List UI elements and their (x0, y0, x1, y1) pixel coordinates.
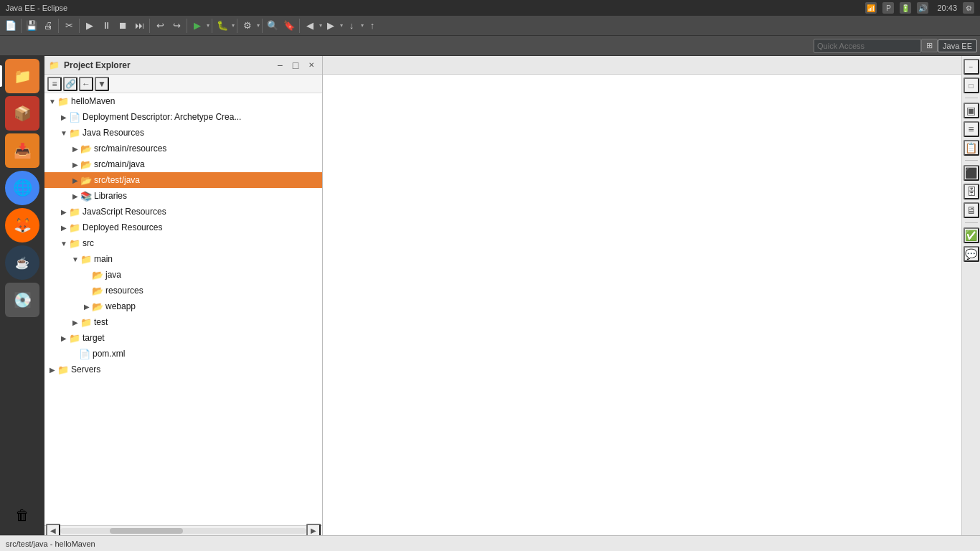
toggle-webapp[interactable]: ▶ (82, 303, 92, 311)
rs-maximize-button[interactable]: □ (963, 77, 979, 93)
tree-item-src-main-java[interactable]: ▶ 📂 src/main/java (44, 156, 322, 172)
toggle-helloMaven[interactable]: ▼ (47, 98, 57, 105)
next-annot-button[interactable]: ↓ (344, 18, 359, 34)
toggle-js-resources[interactable]: ▶ (59, 208, 69, 216)
tree-item-helloMaven[interactable]: ▼ 📁 helloMaven (44, 93, 322, 109)
dock-item-eclipse[interactable]: ☕ (5, 245, 39, 280)
next-annot-arrow: ▾ (361, 22, 364, 29)
label-target: target (83, 333, 316, 343)
prev-annot-button[interactable]: ↑ (364, 18, 380, 34)
toggle-libraries[interactable]: ▶ (70, 192, 80, 200)
rs-properties-button[interactable]: 📋 (963, 140, 979, 156)
bookmark-button[interactable]: 🔖 (281, 18, 297, 34)
next-annot-dropdown[interactable]: ▾ (360, 22, 364, 29)
dock-item-files[interactable]: 📁 (5, 59, 39, 93)
tree-item-deployed-resources[interactable]: ▶ 📁 Deployed Resources (44, 220, 322, 235)
toggle-src-main-java[interactable]: ▶ (70, 161, 80, 169)
scrollbar-track[interactable] (60, 528, 306, 534)
toggle-main[interactable]: ▼ (70, 255, 80, 263)
toggle-src-test-java[interactable]: ▶ (70, 176, 80, 184)
save-button[interactable]: 💾 (24, 18, 39, 34)
nav-forward-button[interactable]: ▶ (323, 18, 339, 34)
tree-item-target[interactable]: ▶ 📁 target (44, 330, 322, 346)
dock-item-software[interactable]: 📥 (5, 133, 39, 168)
tree-item-src[interactable]: ▼ 📁 src (44, 235, 322, 251)
rs-palette-button[interactable]: ▣ (963, 103, 979, 118)
usb-icon: 💽 (14, 291, 32, 309)
tree-item-deployment-descriptor[interactable]: ▶ 📄 Deployment Descriptor: Archetype Cre… (44, 109, 322, 125)
tree-item-main[interactable]: ▼ 📁 main (44, 251, 322, 267)
toggle-deployed-resources[interactable]: ▶ (59, 224, 69, 232)
debug-button[interactable]: 🐛 (215, 18, 230, 34)
perspective-javaee-button[interactable]: Java EE (938, 39, 977, 52)
ext-tool-dropdown[interactable]: ▾ (256, 22, 260, 29)
archive-icon: 📦 (14, 105, 32, 122)
tree-item-src-test-java[interactable]: ▶ 📂 src/test/java (44, 172, 322, 188)
step-button[interactable]: ⏭ (131, 18, 147, 34)
tree-item-java-resources[interactable]: ▼ 📁 Java Resources (44, 125, 322, 141)
undo-button[interactable]: ↩ (152, 18, 168, 34)
tree-item-src-main-resources[interactable]: ▶ 📂 src/main/resources (44, 141, 322, 156)
pe-folder-icon: 📁 (49, 60, 60, 70)
pe-close-button[interactable]: ✕ (305, 59, 318, 72)
toggle-target[interactable]: ▶ (59, 334, 69, 342)
redo-button[interactable]: ↪ (169, 18, 184, 34)
icon-src-main-resources: 📂 (80, 143, 92, 154)
toggle-src[interactable]: ▼ (59, 240, 69, 248)
pe-back-button[interactable]: ← (79, 77, 93, 91)
pe-menu-button[interactable]: ▼ (95, 77, 109, 91)
dock-item-trash[interactable]: 🗑 (5, 498, 39, 532)
debug-dropdown[interactable]: ▾ (231, 22, 235, 29)
nav-back-dropdown[interactable]: ▾ (319, 22, 322, 29)
tree-item-test[interactable]: ▶ 📁 test (44, 314, 322, 330)
rs-server-button[interactable]: 🖥 (963, 202, 979, 218)
rs-datasource-button[interactable]: 🗄 (963, 184, 979, 199)
ext-tool-button[interactable]: ⚙ (240, 18, 255, 34)
scroll-right-button[interactable]: ▶ (306, 524, 321, 536)
dock-item-usb[interactable]: 💽 (5, 283, 39, 317)
tree-item-libraries[interactable]: ▶ 📚 Libraries (44, 188, 322, 204)
collapse-all-button[interactable]: ≡ (47, 77, 62, 91)
dock-item-firefox[interactable]: 🦊 (5, 208, 39, 242)
run-dropdown[interactable]: ▾ (206, 22, 209, 29)
eclipse-icon: ☕ (15, 256, 29, 270)
toggle-java-resources[interactable]: ▼ (59, 129, 69, 137)
debug-prev-button[interactable]: ▶ (82, 18, 98, 34)
rs-outline-button[interactable]: ≡ (963, 121, 979, 137)
scroll-left-button[interactable]: ◀ (46, 524, 60, 536)
dock-item-archive[interactable]: 📦 (5, 96, 39, 131)
tree-item-pom-xml[interactable]: 📄 pom.xml (44, 346, 322, 362)
tree-item-webapp[interactable]: ▶ 📂 webapp (44, 298, 322, 314)
nav-back-button[interactable]: ◀ (302, 18, 318, 34)
tree-item-js-resources[interactable]: ▶ 📁 JavaScript Resources (44, 204, 322, 220)
tree-item-java[interactable]: 📂 java (44, 267, 322, 283)
dock-item-chromium[interactable]: 🌐 (5, 171, 39, 205)
search-button[interactable]: 🔍 (265, 18, 281, 34)
toggle-deployment[interactable]: ▶ (59, 113, 69, 121)
toggle-test[interactable]: ▶ (70, 319, 80, 326)
quick-access-input[interactable] (814, 39, 921, 53)
tree-item-servers[interactable]: ▶ 📁 Servers (44, 362, 322, 377)
pe-minimize-button[interactable]: − (273, 59, 286, 72)
stop-button[interactable]: ⏹ (115, 18, 131, 34)
scrollbar-thumb[interactable] (110, 528, 184, 534)
print-button[interactable]: 🖨 (40, 18, 56, 34)
settings-icon[interactable]: ⚙ (963, 2, 974, 14)
rs-minimize-button[interactable]: − (963, 59, 979, 75)
toggle-src-main-resources[interactable]: ▶ (70, 145, 80, 153)
rs-snippets-button[interactable]: ⬛ (963, 165, 979, 181)
rs-task-button[interactable]: ✅ (963, 227, 979, 243)
pe-maximize-button[interactable]: □ (289, 59, 302, 72)
toggle-servers[interactable]: ▶ (47, 366, 57, 374)
cut-button[interactable]: ✂ (61, 18, 77, 34)
run-button[interactable]: ▶ (189, 18, 205, 34)
perspective-grid-button[interactable]: ⊞ (921, 39, 938, 52)
pause-button[interactable]: ⏸ (98, 18, 114, 34)
tree-item-resources[interactable]: 📂 resources (44, 283, 322, 298)
new-button[interactable]: 📄 (3, 18, 19, 34)
link-editor-button[interactable]: 🔗 (63, 77, 77, 91)
rs-console-button[interactable]: 💬 (963, 246, 979, 262)
label-deployed-resources: Deployed Resources (83, 222, 316, 232)
nav-forward-dropdown[interactable]: ▾ (339, 22, 343, 29)
pe-scrollbar[interactable]: ◀ ▶ (44, 525, 322, 535)
